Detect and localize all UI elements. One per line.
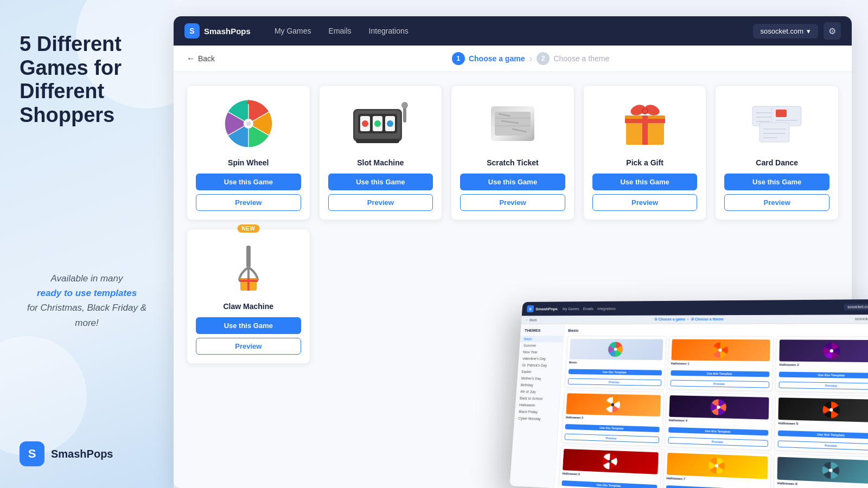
mini-card-halloween2: Halloween 2 Use this Template Preview	[775, 336, 868, 393]
mini-preview-halloween2[interactable]: Preview	[779, 382, 868, 390]
mini-themes-title: THEMES	[520, 328, 564, 336]
svg-rect-45	[760, 123, 789, 142]
mini-sidebar-basic[interactable]: Basic	[520, 336, 563, 342]
pick-a-gift-icon	[621, 99, 669, 148]
svg-rect-43	[776, 110, 787, 117]
back-arrow-icon: ←	[187, 54, 195, 63]
scratch-ticket-icon-area	[480, 97, 545, 151]
mini-use-halloween6[interactable]: Use this Template	[561, 480, 657, 488]
navbar-brand: S SmashPops	[184, 23, 251, 38]
mini-use-halloween5[interactable]: Use this Template	[778, 431, 868, 440]
claw-machine-use-button[interactable]: Use this Game	[196, 317, 301, 334]
step-1: 1 Choose a game	[452, 52, 525, 65]
pick-a-gift-preview-button[interactable]: Preview	[592, 194, 698, 211]
claw-machine-preview-button[interactable]: Preview	[196, 338, 301, 355]
mini-use-halloween1[interactable]: Use this Template	[671, 370, 770, 377]
svg-point-57	[829, 349, 833, 352]
spin-wheel-use-button[interactable]: Use this Game	[196, 174, 301, 190]
game-card-spin-wheel: Spin Wheel Use this Game Preview	[187, 85, 310, 220]
mini-sidebar-stpatrick[interactable]: St. Patrick's Day	[518, 362, 562, 369]
mini-use-basic[interactable]: Use this Template	[569, 369, 662, 375]
card-dance-icon-area	[744, 97, 809, 151]
step-divider: ›	[529, 53, 532, 65]
slot-machine-use-button[interactable]: Use this Game	[328, 174, 433, 190]
scratch-ticket-name: Scratch Ticket	[487, 158, 538, 167]
card-dance-name: Card Dance	[756, 158, 798, 167]
svg-point-16	[362, 120, 368, 127]
breadcrumb-steps: 1 Choose a game › 2 Choose a theme	[452, 52, 609, 65]
mini-preview-halloween3[interactable]: Preview	[564, 434, 659, 444]
themes-screenshot: S SmashPops My Games Emails Integrations…	[509, 299, 868, 488]
claw-machine-icon	[229, 243, 267, 292]
mini-section-basic: Basic	[568, 328, 868, 333]
mini-templates-grid: Basic Use this Template Preview Hallowee…	[558, 336, 868, 488]
card-dance-use-button[interactable]: Use this Game	[724, 174, 829, 190]
mini-nav-items: My Games Emails Integrations	[563, 306, 616, 310]
mini-sidebar-valentines[interactable]: Valentine's Day	[519, 355, 562, 362]
chevron-down-icon: ▾	[807, 27, 810, 35]
new-badge: NEW	[237, 224, 259, 233]
scratch-ticket-preview-button[interactable]: Preview	[460, 194, 565, 211]
scratch-ticket-icon	[488, 102, 537, 145]
games-grid: Spin Wheel Use this Game Preview	[187, 85, 839, 220]
card-dance-preview-button[interactable]: Preview	[724, 194, 829, 211]
svg-point-37	[643, 109, 647, 113]
slot-machine-name: Slot Machine	[357, 158, 404, 167]
mini-card-img-halloween4	[669, 395, 769, 420]
navbar-right: sosocket.com ▾ ⚙	[753, 22, 841, 40]
mini-sidebar-cybermonday[interactable]: Cyber Monday	[514, 415, 558, 423]
mini-preview-halloween4[interactable]: Preview	[668, 437, 768, 447]
highlight-link[interactable]: ready to use templates	[37, 288, 137, 298]
navbar-brand-name: SmashPops	[204, 27, 251, 36]
svg-point-18	[387, 120, 393, 127]
svg-point-20	[401, 102, 408, 108]
spin-wheel-preview-button[interactable]: Preview	[196, 194, 301, 211]
mini-body: THEMES Basic Summer New Year Valentine's…	[509, 324, 868, 488]
mini-preview-basic[interactable]: Preview	[568, 378, 661, 386]
nav-integrations[interactable]: Integrations	[361, 23, 416, 38]
settings-gear-icon[interactable]: ⚙	[824, 22, 841, 40]
available-prefix: Available in many	[51, 273, 123, 284]
mini-card-img-halloween2	[780, 339, 868, 362]
mini-use-halloween2[interactable]: Use this Template	[779, 372, 868, 379]
pick-a-gift-icon-area	[612, 97, 678, 151]
mini-card-halloween6: Halloween 6 Use this Template Preview	[558, 446, 662, 488]
game-card-claw-machine: Claw Machine Use this Game Preview	[187, 229, 310, 364]
mini-use-halloween4[interactable]: Use this Template	[668, 427, 769, 436]
available-suffix: for Christmas, Black Friday & more!	[27, 303, 146, 328]
navbar-nav: My Games Emails Integrations	[267, 23, 753, 38]
brand-logo-icon: S	[20, 441, 44, 466]
back-button[interactable]: ← Back	[187, 54, 215, 63]
mini-card-halloween4: Halloween 4 Use this Template Preview	[665, 392, 773, 451]
step-1-num: 1	[452, 52, 465, 65]
mini-use-halloween7[interactable]: Use this Template	[666, 485, 767, 488]
svg-point-8	[246, 121, 251, 126]
mini-card-img-halloween5	[778, 397, 868, 422]
account-dropdown[interactable]: sosocket.com ▾	[753, 24, 818, 38]
right-panel: S SmashPops My Games Emails Integrations…	[174, 0, 868, 488]
scratch-ticket-use-button[interactable]: Use this Game	[460, 174, 565, 190]
mini-use-halloween3[interactable]: Use this Template	[565, 424, 660, 432]
mini-sidebar-new-year[interactable]: New Year	[519, 349, 563, 356]
slot-machine-preview-button[interactable]: Preview	[328, 194, 433, 211]
mini-card-halloween8: Halloween 8 Use this Template Preview	[773, 453, 868, 488]
slot-machine-icon-area	[348, 97, 413, 151]
mini-card-basic: Basic Use this Template Preview	[565, 336, 666, 389]
mini-brand: S SmashPops	[527, 305, 558, 312]
svg-point-17	[374, 120, 381, 127]
card-dance-icon	[750, 102, 804, 145]
mini-preview-halloween5[interactable]: Preview	[778, 440, 868, 451]
nav-my-games[interactable]: My Games	[267, 23, 319, 38]
claw-machine-name: Claw Machine	[224, 302, 274, 311]
available-text: Available in many ready to use templates…	[20, 271, 154, 330]
mini-preview-halloween1[interactable]: Preview	[670, 380, 769, 388]
pick-a-gift-use-button[interactable]: Use this Game	[592, 174, 698, 190]
mini-brand-name: SmashPops	[535, 306, 558, 311]
nav-emails[interactable]: Emails	[321, 23, 359, 38]
mini-card-halloween1: Halloween 1 Use this Template Preview	[667, 336, 774, 391]
mini-card-img-halloween7	[667, 453, 768, 479]
mini-sidebar-summer[interactable]: Summer	[519, 342, 563, 349]
mini-card-img-halloween1	[671, 339, 770, 362]
game-card-pick-a-gift: Pick a Gift Use this Game Preview	[583, 85, 707, 220]
headline: 5 Different Games for Different Shoppers	[20, 33, 154, 127]
